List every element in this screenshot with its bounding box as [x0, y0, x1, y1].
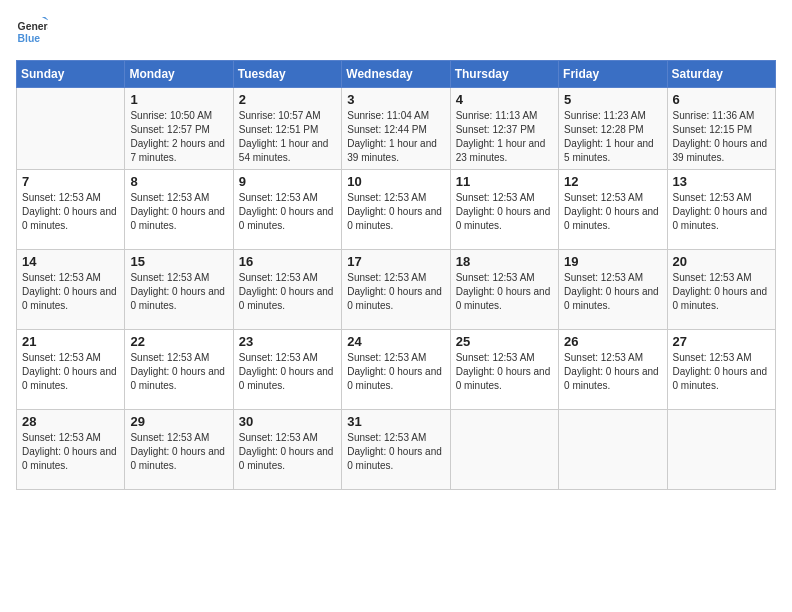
calendar-cell: 13Sunset: 12:53 AM Daylight: 0 hours and… — [667, 170, 775, 250]
calendar-cell: 1Sunrise: 10:50 AM Sunset: 12:57 PM Dayl… — [125, 88, 233, 170]
calendar-cell: 27Sunset: 12:53 AM Daylight: 0 hours and… — [667, 330, 775, 410]
day-info: Sunset: 12:53 AM Daylight: 0 hours and 0… — [564, 351, 661, 393]
day-info: Sunset: 12:53 AM Daylight: 0 hours and 0… — [564, 191, 661, 233]
day-of-week-header: Monday — [125, 61, 233, 88]
day-info: Sunrise: 10:50 AM Sunset: 12:57 PM Dayli… — [130, 109, 227, 165]
days-of-week-row: SundayMondayTuesdayWednesdayThursdayFrid… — [17, 61, 776, 88]
day-info: Sunrise: 11:13 AM Sunset: 12:37 PM Dayli… — [456, 109, 553, 165]
calendar-cell — [17, 88, 125, 170]
day-number: 5 — [564, 92, 661, 107]
day-of-week-header: Thursday — [450, 61, 558, 88]
day-of-week-header: Friday — [559, 61, 667, 88]
day-number: 15 — [130, 254, 227, 269]
calendar-cell: 12Sunset: 12:53 AM Daylight: 0 hours and… — [559, 170, 667, 250]
svg-marker-2 — [42, 17, 48, 21]
day-number: 22 — [130, 334, 227, 349]
logo-icon: General Blue — [16, 16, 48, 48]
day-number: 29 — [130, 414, 227, 429]
svg-text:General: General — [18, 21, 48, 32]
day-number: 4 — [456, 92, 553, 107]
day-info: Sunset: 12:53 AM Daylight: 0 hours and 0… — [22, 191, 119, 233]
calendar-cell: 22Sunset: 12:53 AM Daylight: 0 hours and… — [125, 330, 233, 410]
day-number: 9 — [239, 174, 336, 189]
day-info: Sunset: 12:53 AM Daylight: 0 hours and 0… — [456, 351, 553, 393]
day-number: 24 — [347, 334, 444, 349]
day-number: 30 — [239, 414, 336, 429]
day-info: Sunset: 12:53 AM Daylight: 0 hours and 0… — [347, 191, 444, 233]
logo: General Blue — [16, 16, 52, 48]
day-number: 2 — [239, 92, 336, 107]
calendar-week-row: 1Sunrise: 10:50 AM Sunset: 12:57 PM Dayl… — [17, 88, 776, 170]
calendar-week-row: 14Sunset: 12:53 AM Daylight: 0 hours and… — [17, 250, 776, 330]
day-info: Sunrise: 11:04 AM Sunset: 12:44 PM Dayli… — [347, 109, 444, 165]
calendar-body: 1Sunrise: 10:50 AM Sunset: 12:57 PM Dayl… — [17, 88, 776, 490]
calendar-week-row: 21Sunset: 12:53 AM Daylight: 0 hours and… — [17, 330, 776, 410]
day-number: 17 — [347, 254, 444, 269]
day-number: 13 — [673, 174, 770, 189]
day-number: 20 — [673, 254, 770, 269]
day-number: 3 — [347, 92, 444, 107]
day-number: 26 — [564, 334, 661, 349]
calendar-cell: 2Sunrise: 10:57 AM Sunset: 12:51 PM Dayl… — [233, 88, 341, 170]
day-number: 14 — [22, 254, 119, 269]
calendar-cell: 31Sunset: 12:53 AM Daylight: 0 hours and… — [342, 410, 450, 490]
day-info: Sunset: 12:53 AM Daylight: 0 hours and 0… — [130, 351, 227, 393]
day-info: Sunrise: 10:57 AM Sunset: 12:51 PM Dayli… — [239, 109, 336, 165]
page-header: General Blue — [16, 16, 776, 48]
calendar-cell: 10Sunset: 12:53 AM Daylight: 0 hours and… — [342, 170, 450, 250]
calendar-cell — [450, 410, 558, 490]
calendar-cell: 4Sunrise: 11:13 AM Sunset: 12:37 PM Dayl… — [450, 88, 558, 170]
calendar-cell: 26Sunset: 12:53 AM Daylight: 0 hours and… — [559, 330, 667, 410]
day-number: 1 — [130, 92, 227, 107]
calendar-cell: 21Sunset: 12:53 AM Daylight: 0 hours and… — [17, 330, 125, 410]
day-info: Sunrise: 11:23 AM Sunset: 12:28 PM Dayli… — [564, 109, 661, 165]
calendar-cell: 24Sunset: 12:53 AM Daylight: 0 hours and… — [342, 330, 450, 410]
day-of-week-header: Sunday — [17, 61, 125, 88]
calendar-cell: 18Sunset: 12:53 AM Daylight: 0 hours and… — [450, 250, 558, 330]
calendar-week-row: 7Sunset: 12:53 AM Daylight: 0 hours and … — [17, 170, 776, 250]
day-number: 27 — [673, 334, 770, 349]
calendar-cell: 11Sunset: 12:53 AM Daylight: 0 hours and… — [450, 170, 558, 250]
day-number: 8 — [130, 174, 227, 189]
day-number: 18 — [456, 254, 553, 269]
day-number: 7 — [22, 174, 119, 189]
day-info: Sunset: 12:53 AM Daylight: 0 hours and 0… — [564, 271, 661, 313]
calendar-cell: 3Sunrise: 11:04 AM Sunset: 12:44 PM Dayl… — [342, 88, 450, 170]
calendar-cell: 7Sunset: 12:53 AM Daylight: 0 hours and … — [17, 170, 125, 250]
day-of-week-header: Tuesday — [233, 61, 341, 88]
calendar-week-row: 28Sunset: 12:53 AM Daylight: 0 hours and… — [17, 410, 776, 490]
calendar-cell: 29Sunset: 12:53 AM Daylight: 0 hours and… — [125, 410, 233, 490]
day-info: Sunrise: 11:36 AM Sunset: 12:15 PM Dayli… — [673, 109, 770, 165]
day-info: Sunset: 12:53 AM Daylight: 0 hours and 0… — [239, 191, 336, 233]
day-info: Sunset: 12:53 AM Daylight: 0 hours and 0… — [347, 271, 444, 313]
calendar-cell: 8Sunset: 12:53 AM Daylight: 0 hours and … — [125, 170, 233, 250]
day-of-week-header: Wednesday — [342, 61, 450, 88]
calendar-cell: 6Sunrise: 11:36 AM Sunset: 12:15 PM Dayl… — [667, 88, 775, 170]
day-info: Sunset: 12:53 AM Daylight: 0 hours and 0… — [239, 351, 336, 393]
day-number: 12 — [564, 174, 661, 189]
calendar-cell: 20Sunset: 12:53 AM Daylight: 0 hours and… — [667, 250, 775, 330]
day-info: Sunset: 12:53 AM Daylight: 0 hours and 0… — [347, 351, 444, 393]
day-info: Sunset: 12:53 AM Daylight: 0 hours and 0… — [456, 191, 553, 233]
day-number: 19 — [564, 254, 661, 269]
day-number: 23 — [239, 334, 336, 349]
day-info: Sunset: 12:53 AM Daylight: 0 hours and 0… — [239, 431, 336, 473]
calendar-cell: 23Sunset: 12:53 AM Daylight: 0 hours and… — [233, 330, 341, 410]
day-info: Sunset: 12:53 AM Daylight: 0 hours and 0… — [673, 351, 770, 393]
day-number: 25 — [456, 334, 553, 349]
day-info: Sunset: 12:53 AM Daylight: 0 hours and 0… — [22, 351, 119, 393]
day-info: Sunset: 12:53 AM Daylight: 0 hours and 0… — [347, 431, 444, 473]
day-of-week-header: Saturday — [667, 61, 775, 88]
day-number: 31 — [347, 414, 444, 429]
day-info: Sunset: 12:53 AM Daylight: 0 hours and 0… — [130, 191, 227, 233]
calendar-cell: 19Sunset: 12:53 AM Daylight: 0 hours and… — [559, 250, 667, 330]
day-number: 21 — [22, 334, 119, 349]
day-info: Sunset: 12:53 AM Daylight: 0 hours and 0… — [673, 271, 770, 313]
calendar-cell: 25Sunset: 12:53 AM Daylight: 0 hours and… — [450, 330, 558, 410]
calendar-table: SundayMondayTuesdayWednesdayThursdayFrid… — [16, 60, 776, 490]
day-number: 28 — [22, 414, 119, 429]
day-number: 6 — [673, 92, 770, 107]
calendar-cell: 14Sunset: 12:53 AM Daylight: 0 hours and… — [17, 250, 125, 330]
day-info: Sunset: 12:53 AM Daylight: 0 hours and 0… — [22, 271, 119, 313]
calendar-cell: 17Sunset: 12:53 AM Daylight: 0 hours and… — [342, 250, 450, 330]
